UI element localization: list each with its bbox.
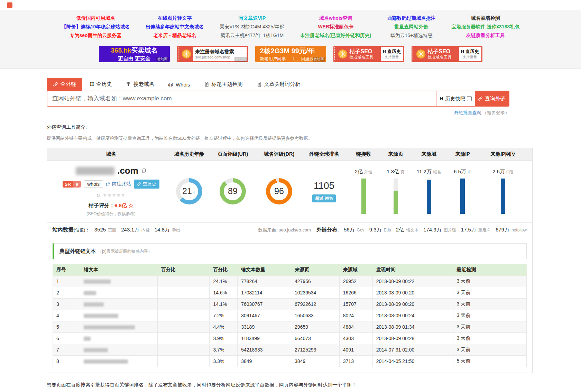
ad-link[interactable]: 出连续多年建站中文老域名 [146,24,204,30]
banner-juziseo-2[interactable]: 桔子SEO 挖老域名工具 H 查历史 支持批量 [412,46,482,62]
ur-cell: 89 [209,178,257,204]
refresh-icon[interactable]: ↻ [96,193,100,198]
domain-age-cell: 21年 [170,178,209,204]
ad-link[interactable]: 域名被墙检测 [471,15,500,21]
whois-button[interactable]: whois [84,180,103,188]
ad-link[interactable]: 在线图片转文字 [158,15,192,21]
alibaba-cloud-logo: 〔-〕阿里云 [291,56,314,62]
table-row: 6 3.9% 1183499 664073 4303 2013-08-09 00… [53,333,527,344]
banner-subtitle: 新老用户同享 [260,56,286,62]
ad-link[interactable]: 低价国内可用域名 [76,15,115,21]
ad-link[interactable]: 域名whois查询 [319,15,352,21]
col-source-ip: 来源IP [446,148,479,160]
ad-link[interactable]: WEB标准颜色卡 [318,24,353,30]
ad-link[interactable]: 华为云15+精选特惠 [390,33,433,39]
sr-score-badge[interactable]: SR9 [63,181,81,188]
th-last-checked: 最近检测 [453,264,526,276]
ad-link[interactable]: 写文章送VIP [238,15,266,21]
redacted-anchor-text [84,302,104,307]
banner-right-title: 查历史 [465,49,479,54]
col-ur: 页面评级(UR) [209,148,257,160]
banner-subtitle: 挖老域名工具 [428,55,452,60]
ad-link[interactable]: 专为seo而生的云服务器 [70,33,121,39]
intro-description: 提供网站外链主要构成、健康度检测等批量查询工具，为站长在做SEO发外链、换友链过… [47,135,533,142]
col-source-ip-subnet: 来源IP网段 [479,148,527,160]
anchor-section-title: 典型外链锚文本 [59,248,96,255]
ad-link[interactable]: 老米店 - 精品老域名 [153,33,196,39]
anchor-section-note: （[x]表示被屏蔽的敏感内容） [98,248,152,254]
th-percent: 百分比 [210,264,238,276]
query-backlinks-button[interactable]: 查询外链 [475,91,509,106]
banner-365hk-subtitle: 更自由 更安全 [118,55,150,62]
button-label: 查询外链 [485,95,506,102]
domain-search-input[interactable] [47,91,436,106]
tab-label: 标题主题检测 [212,81,243,88]
ad-link[interactable]: 未注册老域名(已查好外链和历史) [300,33,371,39]
ad-link[interactable]: 友链质量分析工具 [466,33,505,39]
ad-link[interactable]: 宝塔服务器软件 送你¥3188礼包 [451,24,519,30]
copy-icon[interactable] [141,168,146,173]
history-snapshot-checkbox[interactable] [467,96,472,101]
tab-title-topic-check[interactable]: 标题主题检测 [198,78,249,91]
login-required-note: （需要登录） [482,110,509,115]
tool-tabs: 查外链 H 查历史 搜老域名 @ Whois 标题主题检测 文章关键词分析 [47,78,533,91]
ad-link[interactable]: 【降价】连续10年稳定建站域名 [62,24,130,30]
tab-whois[interactable]: @ Whois [162,79,196,91]
ad-link[interactable]: 西部数码过期域名抢注 [387,15,435,21]
document-icon [204,82,209,87]
col-global-rank: 外链全球排名 [301,148,347,160]
document-icon [257,82,262,87]
tab-label: 查外链 [61,81,76,88]
col-domain-age: 域名历史年龄 [170,148,209,160]
stats-strip: 站内数据(估值)： 3525页面 243.1万内链 14.8万导出 数据来自: … [47,222,532,237]
text-ads: 低价国内可用域名 【降价】连续10年稳定建站域名 专为seo而生的云服务器 在线… [0,14,581,44]
batch-query-link[interactable]: 外链批量查询 [454,110,481,115]
source-domains-cell: 11.2万 域名 [411,168,446,214]
th-found-time: 发现时间 [372,264,453,276]
intro-title: 外链查询工具简介: [47,124,533,130]
source-ip-cell: 6.5万 IP [446,168,479,214]
ad-link[interactable]: 腾讯云主机¥477/年 1核1G1M [220,33,284,39]
links-count-cell: 2亿 外链 [347,168,380,214]
source-domains-bar-chart [427,179,431,214]
sponsor-tag: 赞助商 [313,57,325,62]
external-link-icon [106,182,110,186]
banner-365hk-title: 买卖域名 [131,47,158,54]
table-row: 7 3.7% 54218933 27125293 4091 2014-07-31… [53,344,527,356]
col-source-domains: 来源域 [411,148,446,160]
banner-old-domain-search[interactable]: 未注册老域名搜索 seo.juziseo.com/shop 赞助商 [177,46,248,62]
banner-juziseo-1[interactable]: 桔子SEO 挖老域名工具 H 查历史 支持批量 [333,46,404,62]
history-snapshot-option: H 历史快照 [436,91,475,106]
footer-tip: 想要页面在百度搜索引擎获得首页关键词排名，除了发布文章被收录，同时也要分析网址反… [47,382,581,388]
banner-365hk[interactable]: 365.hk买卖域名 更自由 更安全 赞助商 [99,46,170,62]
visit-site-link[interactable]: 前往此站 [106,181,131,187]
banner-title: 未注册老域名搜索 [195,49,247,55]
site-logo-icon[interactable] [7,2,12,8]
ad-band: 低价国内可用域名 【降价】连续10年稳定建站域名 专为seo而生的云服务器 在线… [0,10,581,69]
ad-link[interactable]: 批量查网站外链 [394,24,428,30]
banner-right-title: 查历史 [387,49,401,54]
source-ip-bar-chart [460,179,465,214]
tab-history-check[interactable]: H 查历史 [84,78,118,91]
source-ip-subnet-bar-chart [501,179,505,214]
panel-body: .com SR9 whois 前往此站 查历史 ↻ [47,161,532,222]
history-icon: H [440,96,443,102]
tab-old-domain-search[interactable]: 搜老域名 [120,78,160,91]
tab-article-keyword-analysis[interactable]: 文章关键词分析 [250,78,307,91]
tab-backlink-check[interactable]: 查外链 [47,78,82,91]
check-history-button[interactable]: 查历史 [134,180,159,189]
col-source-pages: 来源页 [380,148,411,160]
banner-right-subtitle: 支持批量 [385,55,399,60]
table-row: 8 3.3% 3849 3849 3713 2014-04-05 21:50 5… [53,356,527,367]
tab-label: Whois [176,82,190,88]
rank-percentile-badge: 超过 99% [312,194,335,202]
anchor-section-header: 典型外链锚文本 （[x]表示被屏蔽的敏感内容） [53,243,527,259]
col-links: 链接数 [347,148,380,160]
th-index: 序号 [53,264,80,276]
ad-link[interactable]: 景安VPS 2核2G4M ¥325/年起 [220,24,284,30]
history-icon: H [461,49,464,54]
global-rank-cell: 1105 超过 99% [301,180,347,202]
banner-aliyun[interactable]: 2核2G3M 99元/年 新老用户同享〔-〕阿里云 赞助商 [255,46,326,62]
batch-query-row: 外链批量查询 （需要登录） [47,110,509,116]
score-note: (SEO价值得分，仅供参考) [86,211,135,217]
